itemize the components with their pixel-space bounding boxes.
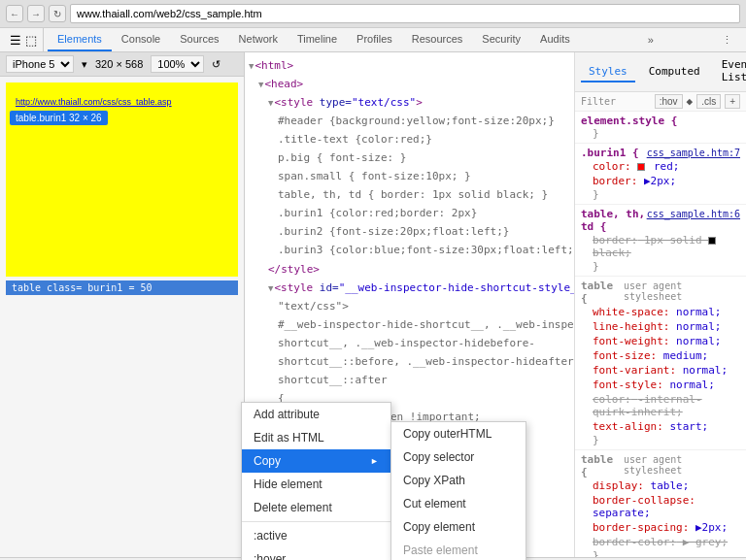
devtools-icon-1[interactable]: ☰: [10, 33, 21, 48]
ctx-copy[interactable]: Copy ►: [242, 449, 390, 473]
ua1-fontweight: font-weight: normal;: [581, 334, 740, 348]
rotate-icon[interactable]: ↺: [212, 58, 220, 71]
burin1-border: border: ▶2px;: [581, 174, 740, 188]
dom-line: ▼<style id="__web-inspector-hide-shortcu…: [245, 279, 574, 297]
pseudo-dot[interactable]: ◆: [687, 95, 694, 108]
submenu-cut-element[interactable]: Cut element: [391, 492, 526, 515]
ua2-borderspacing: border-spacing: ▶2px;: [581, 520, 740, 535]
styles-tab-event-listeners[interactable]: Event Listeners: [714, 55, 746, 88]
dom-line: </style>: [245, 260, 574, 279]
back-button[interactable]: ←: [6, 5, 23, 22]
browser-preview: iPhone 5 ▾ 320 × 568 100% ↺ table.burin1…: [0, 52, 245, 557]
ua1-textalign: text-align: start;: [581, 419, 740, 434]
ctx-add-attribute[interactable]: Add attribute: [242, 403, 390, 426]
style-rule-table-ua1: table { user agent stylesheet white-spac…: [575, 277, 746, 450]
submenu-paste-element[interactable]: Paste element: [391, 539, 526, 560]
ua1-source: user agent stylesheet: [624, 280, 740, 302]
submenu-copy-xpath[interactable]: Copy XPath: [391, 469, 526, 492]
style-rule-table-th-td: table, th, td { css_sample.htm:6 border:…: [575, 205, 746, 277]
tab-audits[interactable]: Audits: [530, 28, 580, 51]
pseudo-hov[interactable]: :hov: [655, 94, 683, 109]
ua2-bordercolor: border-color: ▶ grey;: [581, 535, 740, 549]
tab-resources[interactable]: Resources: [402, 28, 473, 51]
tab-security[interactable]: Security: [472, 28, 530, 51]
ctx-delete-element[interactable]: Delete element: [242, 496, 390, 519]
copy-submenu: Copy outerHTML Copy selector Copy XPath …: [390, 421, 526, 560]
ctx-edit-html[interactable]: Edit as HTML: [242, 426, 390, 449]
devtools-dock-icon[interactable]: ⋮: [722, 34, 732, 47]
style-rule-element: element.style { }: [575, 112, 746, 144]
styles-header: Styles Computed Event Listeners »: [575, 52, 746, 92]
rule-selector-burin1: .burin1 {: [581, 147, 639, 159]
ua2-source: user agent stylesheet: [624, 454, 740, 476]
ua1-fontvariant: font-variant: normal;: [581, 363, 740, 378]
dom-line: #header {background:yellow;font-size:20p…: [245, 112, 574, 130]
context-menu: Add attribute Edit as HTML Copy ► Hide e…: [241, 402, 391, 560]
address-bar[interactable]: [70, 4, 740, 23]
table-td-border: border: 1px solid black;: [581, 233, 740, 260]
ua1-lineheight: line-height: normal;: [581, 319, 740, 334]
dom-line: shortcut__::before, .__web-inspector-hid…: [245, 352, 574, 371]
ua1-whitespace: white-space: normal;: [581, 305, 740, 319]
devtools-more[interactable]: »: [642, 29, 660, 50]
device-selector[interactable]: iPhone 5: [6, 55, 74, 73]
pseudo-cls[interactable]: .cls: [696, 94, 721, 109]
styles-panel: Styles Computed Event Listeners » Filter…: [575, 52, 746, 557]
pseudo-plus[interactable]: +: [725, 94, 740, 109]
zoom-selector[interactable]: 100%: [151, 55, 204, 73]
table-td-source[interactable]: css_sample.htm:6: [647, 209, 740, 219]
rule-selector: element.style {: [581, 115, 740, 127]
tab-elements[interactable]: Elements: [48, 28, 112, 51]
submenu-copy-element[interactable]: Copy element: [391, 515, 526, 539]
dom-line: .burin3 {color:blue;font-size:30px;float…: [245, 241, 574, 259]
tab-sources[interactable]: Sources: [170, 28, 228, 51]
style-rule-table-ua2: table { user agent stylesheet display: t…: [575, 450, 746, 557]
browser-chrome: ← → ↻: [0, 0, 746, 28]
submenu-copy-selector[interactable]: Copy selector: [391, 445, 526, 469]
ua1-color: color: -internal-quirk-inherit;: [581, 392, 740, 419]
filter-label: Filter: [581, 96, 616, 107]
element-tooltip: table.burin1 32 × 26: [10, 111, 108, 125]
ctx-hide-element[interactable]: Hide element: [242, 473, 390, 496]
ua1-fontsize: font-size: medium;: [581, 348, 740, 363]
style-rule-burin1: .burin1 { css_sample.htm:7 color: red; b…: [575, 144, 746, 205]
devtools-icon-2[interactable]: ⬚: [25, 33, 37, 48]
burin1-source[interactable]: css_sample.htm:7: [647, 148, 740, 158]
tab-profiles[interactable]: Profiles: [347, 28, 402, 51]
dom-line: p.big { font-size: }: [245, 148, 574, 167]
ctx-separator-1: [242, 521, 390, 522]
device-dimensions: 320 × 568: [95, 58, 143, 70]
tab-console[interactable]: Console: [112, 28, 170, 51]
styles-tab-computed[interactable]: Computed: [641, 62, 708, 82]
burin1-color: color: red;: [581, 159, 740, 174]
dom-line: ▼<html>: [245, 56, 574, 75]
dom-line: .title-text {color:red;}: [245, 130, 574, 148]
ua2-bordercollapse: border-collapse: separate;: [581, 493, 740, 520]
ctx-active[interactable]: :active: [242, 524, 390, 547]
dom-line: #__web-inspector-hide-shortcut__, .__web…: [245, 315, 574, 334]
styles-tab-styles[interactable]: Styles: [581, 62, 635, 82]
dom-line: .burin1 {color:red;border: 2px}: [245, 204, 574, 222]
forward-button[interactable]: →: [27, 5, 45, 22]
ua2-display: display: table;: [581, 478, 740, 493]
rule-selector-table-td: table, th, td {: [581, 208, 647, 233]
rule-selector-table-ua1: table {: [581, 280, 624, 305]
browser-nav: ← → ↻: [0, 0, 746, 27]
device-separator: ▾: [82, 58, 87, 71]
preview-link[interactable]: http://www.thaiall.com/css/css_table.asp: [16, 97, 228, 107]
dom-line: shortcut__, .__web-inspector-hidebefore-: [245, 334, 574, 352]
dom-line: ▼<head>: [245, 75, 574, 93]
dom-line: "text/css">: [245, 297, 574, 315]
ctx-hover[interactable]: :hover: [242, 547, 390, 560]
ua1-fontstyle: font-style: normal;: [581, 378, 740, 392]
selected-dom-row[interactable]: table class= burin1 = 50: [6, 280, 238, 295]
dom-line: table, th, td { border: 1px solid black;…: [245, 185, 574, 204]
dom-line: .burin2 {font-size:20px;float:left;}: [245, 222, 574, 241]
tab-network[interactable]: Network: [229, 28, 288, 51]
device-bar: iPhone 5 ▾ 320 × 568 100% ↺: [0, 52, 244, 77]
rule-selector-table-ua2: table {: [581, 453, 624, 478]
submenu-copy-outerhtml[interactable]: Copy outerHTML: [391, 422, 526, 445]
refresh-button[interactable]: ↻: [49, 5, 66, 22]
tab-timeline[interactable]: Timeline: [288, 28, 347, 51]
dom-line: ▼<style type="text/css">: [245, 93, 574, 112]
